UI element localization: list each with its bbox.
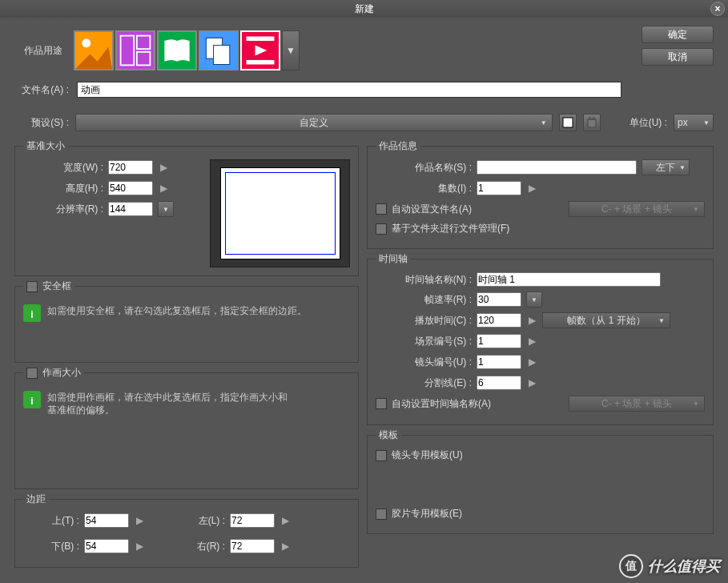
purpose-label: 作品用途: [14, 44, 62, 58]
height-input[interactable]: [108, 181, 153, 195]
draw-size-section: 作画大小 i 如需使用作画框，请在选中此复选框后，指定作画大小和基准框的偏移。: [14, 366, 359, 489]
frame-unit-select[interactable]: 帧数（从 1 开始）: [542, 312, 670, 328]
auto-filename-checkbox[interactable]: 自动设置文件名(A): [376, 203, 472, 216]
fps-dropdown[interactable]: [526, 292, 542, 308]
svg-rect-2: [117, 32, 154, 69]
episode-input[interactable]: [477, 181, 521, 195]
filename-pattern-select[interactable]: C- + 场景 + 镜头: [569, 201, 705, 217]
scene-input[interactable]: [477, 334, 521, 348]
preset-save-icon[interactable]: [559, 114, 577, 131]
svg-rect-9: [214, 46, 230, 65]
info-icon: i: [23, 304, 41, 322]
info-icon: i: [23, 391, 41, 408]
purpose-print[interactable]: [199, 30, 239, 70]
work-name-input[interactable]: [477, 160, 637, 175]
spinner[interactable]: ▶: [526, 333, 537, 349]
base-size-section: 基准大小 宽度(W) :▶ 高度(H) :▶ 分辨率(R) :: [14, 139, 359, 276]
spinner[interactable]: ▶: [526, 354, 537, 370]
preset-label: 预设(S) :: [14, 116, 69, 130]
template-section: 模板 镜头专用模板(U) 胶片专用模板(E): [367, 428, 714, 534]
safe-frame-checkbox[interactable]: 安全框: [26, 279, 71, 293]
spinner[interactable]: ▶: [526, 180, 537, 196]
purpose-dropdown[interactable]: ▼: [282, 30, 300, 70]
margin-left-input[interactable]: [230, 513, 275, 528]
spinner[interactable]: ▶: [526, 375, 537, 391]
position-select[interactable]: 左下: [642, 159, 690, 175]
cancel-button[interactable]: 取消: [642, 48, 714, 66]
margin-top-input[interactable]: [84, 513, 129, 528]
filename-input[interactable]: [77, 82, 621, 98]
purpose-comic[interactable]: [115, 30, 155, 70]
filename-label: 文件名(A) :: [14, 83, 69, 97]
spinner[interactable]: ▶: [134, 513, 145, 529]
titlebar: 新建 ×: [0, 0, 728, 18]
divider-input[interactable]: [477, 376, 521, 390]
playtime-input[interactable]: [477, 313, 521, 328]
work-info-section: 作品信息 作品名称(S) :左下 集数(I) :▶ 自动设置文件名(A)C- +…: [367, 139, 714, 249]
preset-select[interactable]: 自定义: [75, 114, 553, 131]
spinner[interactable]: ▶: [134, 538, 145, 554]
spinner[interactable]: ▶: [280, 538, 291, 554]
margins-section: 边距 上(T) :▶ 下(B) :▶ 左(L) :▶ 右(R) :▶: [14, 493, 359, 568]
svg-rect-11: [247, 37, 275, 42]
auto-timeline-name-checkbox[interactable]: 自动设置时间轴名称(A): [376, 397, 491, 411]
height-spinner[interactable]: ▶: [158, 180, 169, 196]
svg-text:i: i: [30, 309, 33, 320]
draw-size-checkbox[interactable]: 作画大小: [26, 366, 81, 380]
cut-input[interactable]: [477, 355, 521, 369]
spinner[interactable]: ▶: [526, 312, 537, 328]
window-title: 新建: [355, 2, 374, 16]
svg-rect-14: [563, 118, 573, 127]
margin-bottom-input[interactable]: [84, 539, 129, 553]
watermark-icon: 值: [619, 554, 643, 578]
preset-delete-icon[interactable]: [583, 114, 601, 131]
fps-input[interactable]: [477, 292, 521, 307]
svg-text:i: i: [30, 396, 33, 407]
canvas-preview: [210, 159, 350, 267]
timeline-name-input[interactable]: [477, 272, 661, 287]
purpose-animation[interactable]: [240, 30, 280, 70]
timeline-pattern-select[interactable]: C- + 场景 + 镜头: [569, 396, 705, 412]
resolution-dropdown[interactable]: [158, 201, 174, 217]
timeline-section: 时间轴 时间轴名称(N) : 帧速率(R) : 播放时间(C) :▶帧数（从 1…: [367, 252, 714, 425]
width-input[interactable]: [108, 160, 153, 175]
width-spinner[interactable]: ▶: [158, 159, 169, 175]
unit-label: 单位(U) :: [629, 116, 667, 130]
cel-template-checkbox[interactable]: 胶片专用模板(E): [376, 507, 462, 521]
resolution-input[interactable]: [108, 202, 153, 216]
unit-select[interactable]: px: [674, 114, 714, 131]
close-icon[interactable]: ×: [710, 2, 725, 16]
purpose-book[interactable]: [157, 30, 197, 70]
safe-frame-section: 安全框 i 如需使用安全框，请在勾选此复选框后，指定安全框的边距。: [14, 279, 359, 363]
spinner[interactable]: ▶: [280, 513, 291, 529]
purpose-illustration[interactable]: [74, 30, 114, 70]
cut-template-checkbox[interactable]: 镜头专用模板(U): [376, 448, 463, 462]
folder-mgmt-checkbox[interactable]: 基于文件夹进行文件管理(F): [376, 222, 509, 235]
margin-right-input[interactable]: [230, 539, 275, 553]
watermark: 值 什么值得买: [619, 554, 720, 578]
svg-rect-12: [247, 60, 275, 65]
svg-point-1: [82, 38, 90, 47]
ok-button[interactable]: 确定: [642, 26, 714, 43]
